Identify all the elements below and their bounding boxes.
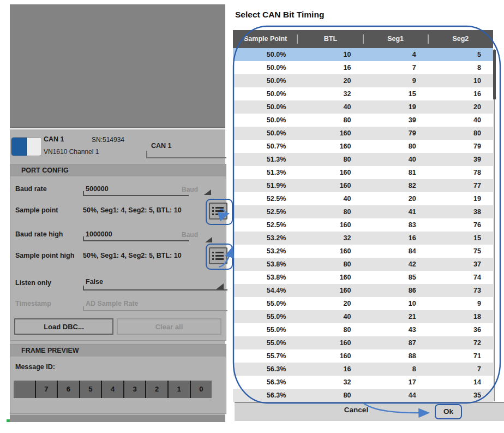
timing-cell: 50.0%	[233, 48, 298, 61]
timing-table-row[interactable]: 52.5%1608376	[233, 218, 493, 232]
frame-preview-title: FRAME PREVIEW	[10, 345, 226, 357]
timing-cell: 160	[298, 284, 363, 297]
message-id-bit-cell[interactable]: 4	[101, 381, 123, 398]
timing-table-row[interactable]: 56.3%804435	[233, 389, 493, 402]
timing-cell: 19	[428, 192, 493, 205]
timing-table-row[interactable]: 53.2%1608475	[233, 245, 493, 258]
listen-only-select[interactable]: False	[86, 278, 103, 286]
timing-table-row[interactable]: 50.0%803940	[233, 114, 493, 127]
baud-dropdown-triangle-icon[interactable]	[204, 189, 211, 195]
timing-column-header[interactable]: BTL	[298, 30, 363, 48]
timing-cell: 41	[363, 205, 428, 218]
timing-cell: 74	[428, 271, 493, 284]
timing-table-row[interactable]: 55.0%804336	[233, 323, 493, 336]
timing-cell: 56.3%	[233, 376, 298, 389]
timing-table[interactable]: Sample PointBTLSeg1Seg2 50.0%104550.0%16…	[233, 30, 493, 402]
timing-cell: 72	[428, 336, 493, 349]
message-id-bit-cell[interactable]: 7	[35, 381, 57, 398]
timing-cell: 73	[428, 284, 493, 297]
timing-table-row[interactable]: 55.0%402118	[233, 310, 493, 323]
timing-cell: 10	[363, 297, 428, 310]
tab-can1[interactable]: CAN 1	[151, 142, 172, 150]
timing-cell: 80	[298, 323, 363, 336]
timing-cell: 43	[363, 323, 428, 336]
timing-cell: 16	[298, 61, 363, 74]
listen-only-dropdown-triangle-icon[interactable]	[216, 283, 224, 289]
timing-table-row[interactable]: 50.0%1045	[233, 48, 493, 61]
timing-cell: 80	[298, 389, 363, 402]
message-id-bit-cell[interactable]	[14, 381, 35, 398]
timing-cell: 38	[428, 205, 493, 218]
timing-table-header: Sample PointBTLSeg1Seg2	[233, 30, 493, 48]
timing-cell: 160	[298, 336, 363, 349]
message-id-bit-cell[interactable]: 0	[190, 381, 212, 398]
timing-table-row[interactable]: 51.3%804039	[233, 153, 493, 166]
timing-column-header[interactable]: Seg2	[428, 30, 493, 48]
timing-cell: 5	[428, 48, 493, 61]
timing-table-row[interactable]: 55.0%20109	[233, 297, 493, 310]
timestamp-underline	[83, 306, 227, 311]
timing-column-header[interactable]: Sample Point	[233, 30, 298, 48]
timing-cell: 50.0%	[233, 114, 298, 127]
message-id-bit-cell[interactable]: 5	[79, 381, 101, 398]
list-icon	[212, 252, 226, 253]
timing-table-row[interactable]: 55.7%1608871	[233, 349, 493, 363]
clear-all-button[interactable]: Clear all	[117, 318, 221, 335]
timing-table-row[interactable]: 53.8%1608574	[233, 271, 493, 284]
timing-table-row[interactable]: 50.7%1608079	[233, 140, 493, 153]
timing-table-row[interactable]: 50.0%20910	[233, 74, 493, 87]
load-dbc-button[interactable]: Load DBC...	[14, 318, 113, 335]
timing-table-row[interactable]: 51.3%1608178	[233, 166, 493, 179]
channel-enable-toggle[interactable]	[11, 137, 42, 156]
timing-cell: 17	[363, 376, 428, 389]
channel-device: VN1610 Channel 1	[44, 148, 99, 156]
sample-point-high-list-button[interactable]	[209, 247, 227, 264]
list-icon	[212, 210, 226, 212]
timing-cell: 160	[298, 140, 363, 153]
timing-table-row[interactable]: 53.8%804237	[233, 258, 493, 271]
timing-cell: 52.5%	[233, 192, 298, 205]
baud-high-dropdown-triangle-icon[interactable]	[205, 237, 212, 242]
timing-table-row[interactable]: 50.0%1607980	[233, 127, 493, 140]
timing-cell: 8	[363, 363, 428, 376]
sample-point-list-button[interactable]	[209, 203, 227, 220]
timing-column-header[interactable]: Seg1	[363, 30, 428, 48]
scrollbar-thumb[interactable]	[493, 50, 496, 99]
timing-cell: 82	[363, 179, 428, 192]
timing-cell: 71	[428, 349, 493, 363]
timing-cell: 160	[298, 166, 363, 179]
timing-cell: 39	[428, 153, 493, 166]
timing-table-row[interactable]: 56.3%1687	[233, 363, 493, 376]
timing-cell: 42	[363, 258, 428, 271]
timing-cell: 20	[298, 74, 363, 87]
timing-table-body: 50.0%104550.0%167850.0%2091050.0%3215165…	[233, 48, 493, 402]
cancel-button[interactable]: Cancel	[329, 406, 383, 414]
message-id-bit-cell[interactable]: 3	[123, 381, 146, 398]
timing-cell: 55.0%	[233, 310, 298, 323]
timing-table-row[interactable]: 53.2%321615	[233, 232, 493, 245]
message-id-bit-cell[interactable]: 2	[145, 381, 167, 398]
list-icon	[212, 213, 226, 215]
timing-cell: 40	[298, 100, 363, 114]
timestamp-label: Timestamp	[15, 300, 51, 307]
timing-cell: 87	[363, 336, 428, 349]
dialog-title: Select CAN Bit Timing	[235, 10, 324, 20]
timing-table-row[interactable]: 50.0%401920	[233, 100, 493, 114]
timing-table-row[interactable]: 50.0%321516	[233, 87, 493, 100]
timing-table-row[interactable]: 52.5%804138	[233, 205, 493, 218]
scrollbar-track[interactable]	[494, 49, 495, 401]
message-id-bit-cell[interactable]: 1	[167, 381, 190, 398]
timing-cell: 55.0%	[233, 297, 298, 310]
timing-table-row[interactable]: 51.9%1608277	[233, 179, 493, 192]
trace-area-placeholder	[10, 4, 225, 128]
timing-table-row[interactable]: 54.4%1608673	[233, 284, 493, 297]
timing-cell: 81	[363, 166, 428, 179]
list-icon	[212, 258, 226, 260]
timing-table-row[interactable]: 56.3%321714	[233, 376, 493, 389]
timing-table-row[interactable]: 50.0%1678	[233, 61, 493, 74]
message-id-bit-cell[interactable]: 6	[57, 381, 79, 398]
timing-table-row[interactable]: 52.5%402019	[233, 192, 493, 205]
timing-table-row[interactable]: 55.0%1608772	[233, 336, 493, 349]
timing-cell: 9	[428, 297, 493, 310]
ok-button[interactable]: Ok	[435, 404, 462, 419]
